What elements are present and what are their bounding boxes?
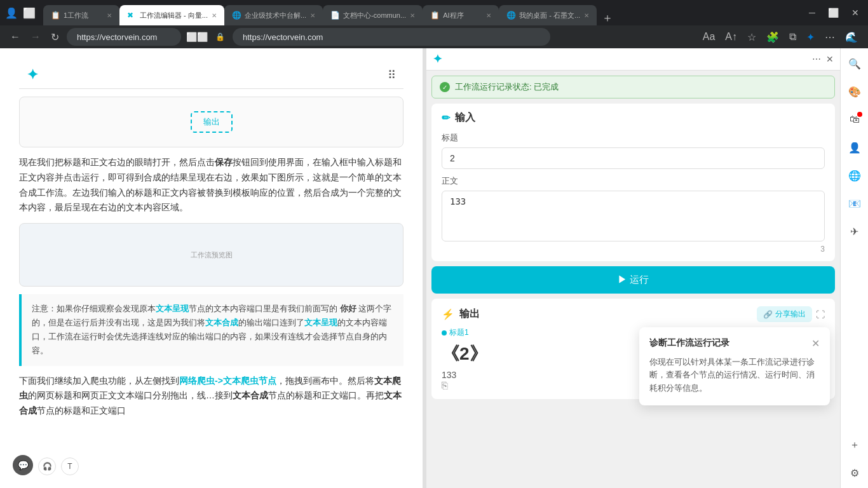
sidebar-plus-icon[interactable]: ＋ (844, 435, 865, 455)
share-icon: 🔗 (763, 310, 773, 319)
body-field-textarea[interactable]: 133 (442, 191, 825, 241)
right-panel: ✦ ⋯ ✕ ✓ 工作流运行记录状态: 已完成 ✏ 输入 标题 (426, 48, 840, 488)
sidebar-color-icon[interactable]: 🎨 (844, 81, 865, 102)
close-window-button[interactable]: ✕ (848, 8, 863, 18)
tab1-title: 1工作流 (64, 11, 88, 20)
chat-icon: 💬 (18, 460, 29, 470)
lock-icon: 🔒 (215, 32, 225, 41)
lightning-icon: ⚡ (442, 308, 454, 320)
tab4-close[interactable]: ✕ (410, 12, 415, 19)
tab2-title: 工作流编辑器 - 向量... (140, 11, 208, 20)
chat-button[interactable]: 💬 (13, 455, 33, 475)
output-node-preview: 输出 (191, 111, 233, 133)
title-field-input[interactable] (442, 147, 825, 169)
diagnosis-title: 诊断工作流运行记录 (649, 337, 729, 349)
tab6-close[interactable]: ✕ (584, 12, 589, 19)
browser-chrome: 👤 ⬜ 📋 1工作流 ✕ ✖ 工作流编辑器 - 向量... ✕ 🌐 企业级技术中… (0, 0, 868, 25)
edge-icon[interactable]: 🌊 (843, 30, 860, 44)
right-panel-header: ✦ ⋯ ✕ (426, 48, 840, 71)
expand-icon[interactable]: ⛶ (816, 309, 825, 320)
tab-desktop[interactable]: 🌐 我的桌面 - 石墨文... ✕ (499, 5, 597, 25)
tab5-close[interactable]: ✕ (486, 12, 491, 19)
output-actions: 🔗 分享输出 ⛶ (757, 306, 825, 322)
status-bar: ✓ 工作流运行记录状态: 已完成 (431, 76, 835, 98)
profile-icon[interactable]: 👤 (5, 7, 18, 19)
paragraph1: 现在我们把标题和正文右边的眼睛打开，然后点击保存按钮回到使用界面，在输入框中输入… (19, 155, 403, 215)
split-view-icon[interactable]: ⬜⬜ (186, 32, 208, 42)
tab4-favicon: 📄 (330, 11, 339, 20)
right-content: ✦ ⋯ ✕ ✓ 工作流运行记录状态: 已完成 ✏ 输入 标题 (426, 48, 868, 488)
tab-workflow-editor[interactable]: ✖ 工作流编辑器 - 向量... ✕ (119, 5, 224, 25)
sidebar-shopping-icon[interactable]: 🛍 (844, 109, 865, 130)
menu-icon[interactable]: ⋯ (822, 30, 837, 44)
font-icon[interactable]: A↑ (722, 30, 740, 44)
text-icon[interactable]: T (61, 458, 79, 475)
close-right-icon[interactable]: ✕ (826, 54, 834, 64)
tab2-favicon: ✖ (127, 11, 136, 20)
reload-button[interactable]: ↻ (48, 31, 62, 43)
address-input-left[interactable] (67, 28, 181, 46)
address-input-right[interactable] (233, 28, 550, 46)
output-dot (442, 330, 447, 336)
copilot-icon[interactable]: ✦ (804, 30, 817, 44)
left-panel: ✦ ⠿ 输出 现在我们把标题和正文右边的眼睛打开，然后点击保存按钮回到使用界面，… (0, 48, 423, 488)
right-sidebar: 🔍 🎨 🛍 👤 🌐 📧 ✈ ＋ ⚙ (840, 48, 868, 488)
sidebar-settings-icon[interactable]: ⚙ (844, 463, 865, 483)
audio-icon[interactable]: 🎧 (38, 458, 56, 475)
grid-icon[interactable]: ⠿ (388, 68, 396, 82)
share-output-button[interactable]: 🔗 分享输出 (757, 306, 812, 322)
diagnosis-header: 诊断工作流运行记录 ✕ (649, 337, 820, 349)
bold-save: 保存 (215, 157, 233, 167)
tab1-favicon: 📋 (51, 11, 60, 20)
main-area: ✦ ⠿ 输出 现在我们把标题和正文右边的眼睛打开，然后点击保存按钮回到使用界面，… (0, 48, 868, 488)
favorites-icon[interactable]: ☆ (745, 30, 759, 44)
sidebar-telegram-icon[interactable]: ✈ (844, 221, 865, 241)
extensions-icon[interactable]: 🧩 (764, 30, 782, 44)
restore-button[interactable]: ⬜ (824, 8, 843, 18)
status-dot: ✓ (440, 82, 450, 92)
sidebar-outlook-icon[interactable]: 📧 (844, 193, 865, 214)
tab1-close[interactable]: ✕ (107, 12, 112, 19)
output-section-title: ⚡ 输出 (442, 308, 480, 321)
address-bar: ← → ↻ ⬜⬜ 🔒 Aa A↑ ☆ 🧩 ⧉ ✦ ⋯ 🌊 (0, 25, 868, 48)
tab-enterprise[interactable]: 🌐 企业级技术中台解... ✕ (224, 5, 323, 25)
sidebar-search-icon[interactable]: 🔍 (844, 53, 865, 74)
minimize-button[interactable]: ─ (805, 8, 819, 18)
translate-icon[interactable]: Aa (700, 30, 718, 44)
left-header: ✦ ⠿ (19, 61, 403, 89)
note-box: 注意：如果你仔细观察会发现原本文本呈现节点的文本内容端口里是有我们前面写的 你好… (19, 294, 403, 365)
new-tab-button[interactable]: ＋ (597, 10, 618, 25)
more-icon[interactable]: ⋯ (812, 54, 821, 64)
right-header-icons: ⋯ ✕ (812, 54, 834, 64)
back-button[interactable]: ← (8, 31, 23, 43)
tab4-title: 文档中心-commun... (343, 11, 406, 20)
sidebar-user-icon[interactable]: 👤 (844, 137, 865, 158)
tab5-favicon: 📋 (430, 11, 439, 20)
diagnosis-close-button[interactable]: ✕ (811, 337, 820, 349)
status-text: 工作流运行记录状态: 已完成 (455, 81, 559, 93)
left-logo: ✦ (27, 67, 38, 83)
diagnosis-dialog: 诊断工作流运行记录 ✕ 你现在可以针对具体某一条工作流记录进行诊断，查看各个节点… (639, 327, 830, 405)
output-header: ⚡ 输出 🔗 分享输出 ⛶ (442, 306, 825, 322)
window-controls: ─ ⬜ ✕ (805, 8, 863, 18)
sidebar-globe-icon[interactable]: 🌐 (844, 165, 865, 186)
tab-docs[interactable]: 📄 文档中心-commun... ✕ (323, 5, 423, 25)
tab6-favicon: 🌐 (506, 11, 515, 20)
tab3-title: 企业级技术中台解... (245, 11, 306, 20)
tab2-close[interactable]: ✕ (212, 12, 217, 19)
diagnosis-body: 你现在可以针对具体某一条工作流记录进行诊断，查看各个节点的运行情况、运行时间、消… (649, 356, 820, 395)
workflow-screenshot: 工作流预览图 (19, 223, 403, 287)
right-logo: ✦ (433, 52, 442, 66)
tab3-favicon: 🌐 (232, 11, 241, 20)
paragraph2: 下面我们继续加入爬虫功能，从左侧找到网络爬虫->文本爬虫节点，拖拽到画布中。然后… (19, 374, 403, 419)
bottom-right-tools: 🎧 T (38, 458, 79, 475)
tab-group-icon[interactable]: ⬜ (23, 7, 36, 19)
forward-button[interactable]: → (28, 31, 43, 43)
tab3-close[interactable]: ✕ (310, 12, 315, 19)
tab-1workflow[interactable]: 📋 1工作流 ✕ (43, 5, 119, 25)
tab-ai[interactable]: 📋 AI程序 ✕ (423, 5, 499, 25)
collections-icon[interactable]: ⧉ (787, 30, 799, 44)
run-button[interactable]: ▶ 运行 (431, 266, 835, 294)
browser-tabs: 📋 1工作流 ✕ ✖ 工作流编辑器 - 向量... ✕ 🌐 企业级技术中台解..… (43, 0, 797, 25)
canvas-preview: 输出 (19, 97, 403, 147)
